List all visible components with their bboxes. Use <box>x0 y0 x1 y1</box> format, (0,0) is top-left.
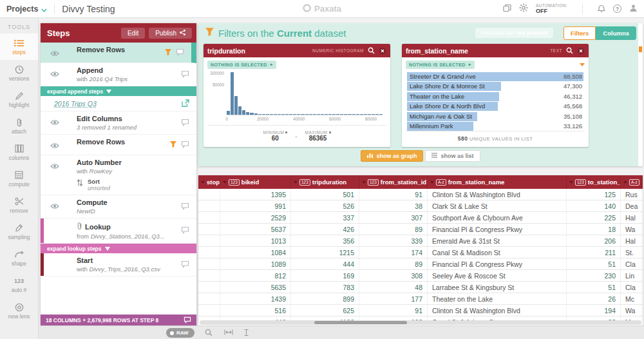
cell-to_station_id[interactable]: 125 <box>567 189 621 200</box>
cell-bikeid[interactable]: 991 <box>220 200 291 211</box>
publish-button[interactable]: Publish <box>149 28 192 39</box>
cell-stopt[interactable] <box>198 293 220 304</box>
sidebar-item-new-lens[interactable]: new lens <box>0 298 38 324</box>
table-row[interactable]: 812169308Seeley Ave & Roscoe St230Lin <box>198 270 643 282</box>
cell-stopt[interactable] <box>198 247 220 258</box>
eye-icon[interactable] <box>46 199 63 212</box>
columns-toggle-button[interactable]: Columns <box>596 26 636 40</box>
cell-from_station_name[interactable]: Theater on the Lake <box>428 293 567 304</box>
cell-to_station_id[interactable]: 51 <box>567 282 621 293</box>
filter-funnel-icon[interactable] <box>169 139 177 151</box>
close-icon[interactable] <box>577 47 585 55</box>
column-menu-icon[interactable] <box>201 181 205 184</box>
cell-bikeid[interactable]: 1089 <box>220 258 291 269</box>
column-header-from_station_id[interactable]: 123from_station_id <box>359 175 428 189</box>
cell-tripduration[interactable]: 783 <box>291 282 359 293</box>
station-row[interactable]: Millennium Park33,126 <box>407 122 583 131</box>
station-row[interactable]: Streeter Dr & Grand Ave88,508 <box>407 72 583 81</box>
cell-from_station_id[interactable]: 177 <box>359 293 428 304</box>
cell-stopt[interactable] <box>198 200 220 211</box>
eye-icon[interactable] <box>46 222 63 224</box>
column-menu-icon[interactable] <box>294 181 298 184</box>
expand-steps-banner[interactable]: expand lookup steps <box>41 244 196 253</box>
dataset-link-label[interactable]: 2016 Trips Q3 <box>41 100 179 108</box>
table-row[interactable]: 51662591Clinton St & Washington Blvd194W… <box>198 305 643 316</box>
cell-tripduration[interactable]: 444 <box>291 258 359 269</box>
cell-to_station_id[interactable]: 225 <box>567 212 621 223</box>
show-as-list-button[interactable]: show as list <box>425 150 480 162</box>
nothing-selected-pill[interactable]: NOTHING IS SELECTED+ <box>406 61 475 69</box>
show-as-graph-button[interactable]: show as graph <box>361 150 423 162</box>
cell-from_station_name[interactable]: Financial Pl & Congress Pkwy <box>428 224 567 235</box>
comment-icon[interactable] <box>184 316 191 324</box>
cell-tripduration[interactable]: 501 <box>291 189 359 200</box>
cell-from_station_id[interactable]: 174 <box>359 247 428 258</box>
sidebar-item-remove[interactable]: remove <box>0 192 38 218</box>
column-width-icon[interactable] <box>224 329 233 336</box>
cell-bikeid[interactable]: 1439 <box>220 293 291 304</box>
cell-from_station_id[interactable]: 89 <box>359 224 428 235</box>
eye-icon[interactable] <box>46 159 63 172</box>
column-header-from_station_name[interactable]: A-zfrom_station_name <box>428 175 567 189</box>
column-menu-icon[interactable] <box>623 181 627 184</box>
cell-to[interactable]: Cla <box>621 282 642 293</box>
cell-to[interactable]: Mc <box>621 293 642 304</box>
cell-to_station_id[interactable]: 194 <box>567 305 621 316</box>
sort-handle[interactable]: Sortunsorted <box>77 178 187 191</box>
station-row[interactable]: Lake Shore Dr & North Blvd45,568 <box>407 102 583 111</box>
step-edit-columns[interactable]: Edit Columns3 removed 1 renamed <box>41 111 196 135</box>
sort-descending-icon[interactable] <box>580 63 585 66</box>
steps-summary-footer[interactable]: 18 COLUMNS + 2,679,998 ROWS AT STEP 8 <box>41 315 196 325</box>
sidebar-item-compute[interactable]: compute <box>0 166 38 192</box>
cell-from_station_name[interactable]: Clinton St & Washington Blvd <box>428 189 567 200</box>
projects-menu[interactable]: Projects <box>6 3 47 15</box>
comment-icon[interactable] <box>181 225 189 237</box>
comment-icon[interactable] <box>176 47 184 59</box>
cell-tripduration[interactable]: 899 <box>291 293 359 304</box>
step-auto-number[interactable]: Auto Numberwith RowKeySortunsorted <box>41 155 196 195</box>
table-row[interactable]: 139550191Clinton St & Washington Blvd125… <box>198 189 643 200</box>
close-icon[interactable] <box>379 47 386 55</box>
cell-bikeid[interactable]: 812 <box>220 270 291 281</box>
table-row[interactable]: 1013356339Emerald Ave & 31st St206Hal <box>198 235 643 247</box>
sidebar-item-sampling[interactable]: sampling <box>0 218 38 245</box>
cell-tripduration[interactable]: 169 <box>291 270 359 281</box>
step-lookup[interactable]: Lookupfrom Divvy_Stations_2016_Q3... <box>41 218 196 244</box>
column-header-bikeid[interactable]: 123bikeid <box>220 175 291 189</box>
automation-status[interactable]: AUTOMATION: OFF <box>536 3 567 15</box>
cell-to_station_id[interactable]: 140 <box>567 200 621 211</box>
cell-stopt[interactable] <box>198 270 220 281</box>
sidebar-item-shape[interactable]: shape <box>0 245 38 271</box>
station-row[interactable]: Lake Shore Dr & Monroe St47,300 <box>407 82 583 91</box>
cell-to[interactable]: Hal <box>621 235 642 246</box>
cell-stopt[interactable] <box>198 235 220 246</box>
step-remove-rows[interactable]: Remove Rows <box>41 43 196 63</box>
cell-to[interactable]: Wa <box>621 305 642 316</box>
cell-from_station_id[interactable]: 38 <box>359 200 428 211</box>
cell-to[interactable]: Dea <box>621 200 642 211</box>
text-size-icon[interactable] <box>243 329 249 336</box>
eye-icon[interactable] <box>46 46 63 59</box>
bell-icon[interactable] <box>598 3 605 15</box>
cell-tripduration[interactable]: 337 <box>291 212 359 223</box>
step-remove-rows[interactable]: Remove Rows <box>41 135 196 155</box>
cell-stopt[interactable] <box>198 224 220 235</box>
cell-to_station_id[interactable]: 18 <box>567 224 621 235</box>
expand-steps-banner[interactable]: expand append steps <box>41 86 196 96</box>
cell-stopt[interactable] <box>198 305 220 316</box>
search-icon[interactable] <box>566 47 573 54</box>
eye-icon[interactable] <box>46 115 63 128</box>
cell-from_station_name[interactable]: Southport Ave & Clybourn Ave <box>428 212 567 223</box>
column-menu-icon[interactable] <box>430 181 434 184</box>
sidebar-item-attach[interactable]: attach <box>0 113 38 139</box>
station-row[interactable]: Theater on the Lake46,312 <box>407 92 583 101</box>
cell-from_station_id[interactable]: 89 <box>359 258 428 269</box>
cell-to_station_id[interactable]: 211 <box>567 247 621 258</box>
filters-toggle-button[interactable]: Filters <box>564 26 596 40</box>
step-start[interactable]: Startwith Divvy_Trips_2016_Q3.csv <box>41 253 196 276</box>
cell-stopt[interactable] <box>198 189 220 200</box>
table-row[interactable]: 563578348Larrabee St & Kingsbury St51Cla <box>198 282 643 293</box>
sidebar-item-auto-number[interactable]: 123auto # <box>0 271 38 298</box>
table-row[interactable]: 99152638Clark St & Lake St140Dea <box>198 200 643 212</box>
cell-stopt[interactable] <box>198 212 220 223</box>
